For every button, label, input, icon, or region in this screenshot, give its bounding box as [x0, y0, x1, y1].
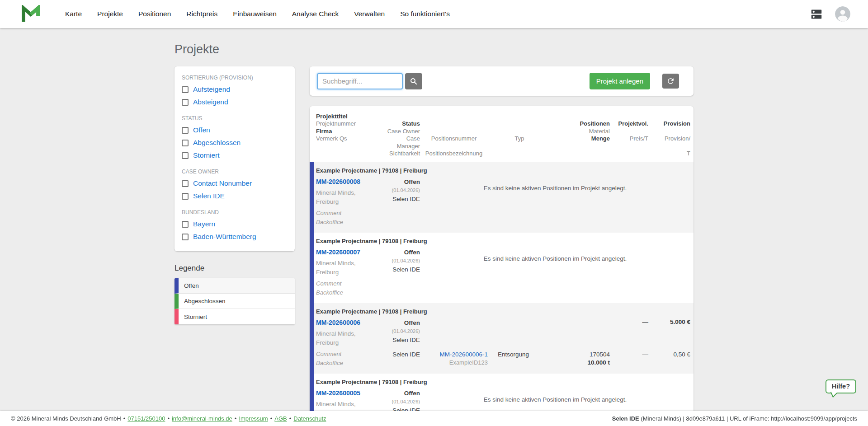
checkbox-icon[interactable]: [182, 234, 189, 240]
company-line: Freiburg: [316, 338, 382, 347]
filter-option-storniert[interactable]: Storniert: [182, 149, 288, 162]
header-case-manager: Case Manager: [382, 135, 420, 150]
logo-icon: [21, 5, 41, 23]
empty-positions-message: Es sind keine aktiven Positionen im Proj…: [420, 255, 690, 266]
project-row: Example Projectname | 79108 | Freiburg M…: [310, 303, 693, 374]
filter-option-label: Abgeschlossen: [193, 139, 241, 147]
nav-item-analyse-check[interactable]: Analyse Check: [292, 10, 339, 18]
filter-option-bayern[interactable]: Bayern: [182, 218, 288, 230]
project-status-cell: Offen (01.04.2026) Selen IDE: [382, 248, 420, 273]
header-preis-t: Preis/T: [610, 135, 648, 150]
footer-datenschutz-link[interactable]: Datenschutz: [293, 415, 326, 422]
project-number-link[interactable]: MM-202600007: [316, 248, 360, 256]
position-number-link[interactable]: MM-202600006-1: [439, 351, 488, 358]
legend-item-offen: Offen: [175, 278, 295, 294]
server-button[interactable]: [810, 9, 823, 20]
checkbox-icon[interactable]: [182, 193, 189, 200]
filter-section-label: BUNDESLAND: [182, 209, 288, 215]
help-button[interactable]: Hilfe?: [826, 379, 856, 393]
company-line: Mineral Minds,: [316, 259, 382, 268]
header-positionsnummer: Positionsnummer: [420, 135, 488, 150]
nav-item-verwalten[interactable]: Verwalten: [354, 10, 385, 18]
footer-separator: •: [167, 415, 170, 422]
footer-agb-link[interactable]: AGB: [274, 415, 287, 422]
filter-option-aufsteigend[interactable]: Aufsteigend: [182, 83, 288, 96]
status-date: (01.04.2026): [392, 328, 420, 334]
position-provision: 0,50 €: [648, 351, 690, 368]
create-project-button[interactable]: Projekt anlegen: [590, 73, 650, 89]
filter-option-contact-nonumber[interactable]: Contact Nonumber: [182, 177, 288, 190]
filter-option-label: Offen: [193, 126, 210, 134]
project-provision-total: 5.000 €: [648, 318, 690, 345]
project-number-link[interactable]: MM-202600005: [316, 389, 360, 397]
nav-item-karte[interactable]: Karte: [65, 10, 82, 18]
filter-option-label: Bayern: [193, 220, 215, 228]
footer-phone-link[interactable]: 07151/250100: [127, 415, 165, 422]
project-company: Mineral Minds, Freiburg: [316, 329, 382, 347]
filter-option-baden-wuerttemberg[interactable]: Baden-Württemberg: [182, 230, 288, 243]
checkbox-icon[interactable]: [182, 152, 189, 159]
legend-item-abgeschlossen: Abgeschlossen: [175, 294, 295, 309]
header-positionen: Positionen: [551, 120, 610, 128]
topbar-right-actions: [810, 6, 850, 22]
project-number-link[interactable]: MM-202600008: [316, 178, 360, 185]
filter-option-label: Absteigend: [193, 98, 228, 106]
project-volume-total: —: [610, 318, 648, 345]
case-owner: Selen IDE: [382, 196, 420, 202]
search-button[interactable]: [405, 73, 422, 89]
checkbox-icon[interactable]: [182, 99, 189, 106]
project-info-cell: MM-202600007 Mineral Minds, Freiburg Com…: [316, 248, 382, 297]
project-vermerk: Comment: [316, 350, 382, 359]
refresh-button[interactable]: [662, 74, 679, 89]
user-avatar[interactable]: [835, 6, 850, 22]
header-material: Material: [551, 128, 610, 136]
company-line: Freiburg: [316, 268, 382, 277]
status-date: (01.04.2026): [392, 399, 420, 404]
nav-item-einbauweisen[interactable]: Einbauweisen: [233, 10, 277, 18]
search-input[interactable]: [317, 73, 403, 89]
footer-separator: •: [235, 415, 237, 422]
project-sichtbarkeit: Backoffice: [316, 359, 382, 368]
case-owner: Selen IDE: [382, 337, 420, 343]
project-vermerk: Comment: [316, 209, 382, 218]
filter-section-status: STATUS Offen Abgeschlossen Storniert: [182, 115, 288, 162]
status-label: Offen: [404, 319, 420, 326]
filter-option-abgeschlossen[interactable]: Abgeschlossen: [182, 136, 288, 149]
footer-email-link[interactable]: info@mineral-minds.de: [172, 415, 232, 422]
footer-separator: •: [289, 415, 292, 422]
project-number-link[interactable]: MM-202600006: [316, 319, 360, 326]
checkbox-icon[interactable]: [182, 86, 189, 93]
status-date: (01.04.2026): [392, 187, 420, 193]
footer-bar: © 2026 Mineral Minds Deutschland GmbH•07…: [0, 411, 868, 426]
position-name: ExampleID123: [420, 359, 488, 366]
status-label: Offen: [404, 249, 420, 256]
filter-option-label: Selen IDE: [193, 192, 225, 200]
project-sichtbarkeit: Backoffice: [316, 288, 382, 297]
filter-option-selen-ide[interactable]: Selen IDE: [182, 190, 288, 202]
filter-section-sortierung: SORTIERUNG (PROVISION) Aufsteigend Abste…: [182, 75, 288, 108]
search-icon: [410, 77, 418, 85]
session-user: Selen IDE: [612, 415, 639, 422]
project-info-cell: MM-202600008 Mineral Minds, Freiburg Com…: [316, 178, 382, 227]
server-icon: [810, 9, 823, 20]
mineral-minds-logo[interactable]: [21, 5, 41, 23]
project-company: Mineral Minds, Freiburg: [316, 259, 382, 277]
filter-option-label: Contact Nonumber: [193, 179, 252, 187]
filter-option-absteigend[interactable]: Absteigend: [182, 96, 288, 108]
status-label: Offen: [404, 390, 420, 397]
footer-impressum-link[interactable]: Impressum: [239, 415, 268, 422]
filter-option-offen[interactable]: Offen: [182, 124, 288, 136]
checkbox-icon[interactable]: [182, 140, 189, 146]
project-status-cell: Offen (01.04.2026) Selen IDE: [382, 178, 420, 202]
checkbox-icon[interactable]: [182, 127, 189, 134]
nav-item-positionen[interactable]: Positionen: [138, 10, 171, 18]
checkbox-icon[interactable]: [182, 180, 189, 187]
nav-item-so-funktionierts[interactable]: So funktioniert's: [400, 10, 450, 18]
checkbox-icon[interactable]: [182, 221, 189, 228]
filter-option-label: Aufsteigend: [193, 85, 230, 94]
nav-item-projekte[interactable]: Projekte: [97, 10, 123, 18]
nav-item-richtpreis[interactable]: Richtpreis: [186, 10, 217, 18]
project-status-cell: Offen (01.04.2026) Selen IDE: [382, 318, 420, 345]
header-case-owner: Case Owner: [382, 128, 420, 136]
header-provision: Provision: [648, 120, 690, 128]
